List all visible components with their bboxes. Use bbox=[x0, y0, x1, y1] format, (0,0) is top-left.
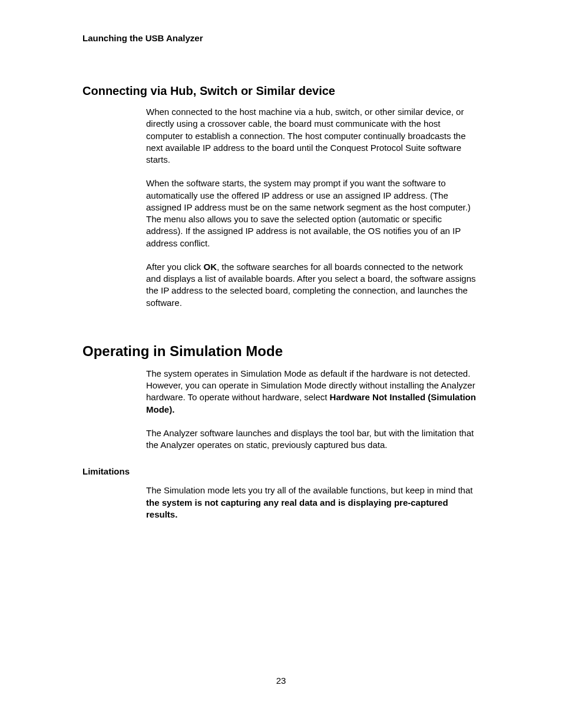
running-header: Launching the USB Analyzer bbox=[82, 33, 480, 43]
body-text: The Simulation mode lets you try all of … bbox=[146, 485, 472, 495]
body-paragraph: The Analyzer software launches and displ… bbox=[146, 427, 480, 452]
page-content: Launching the USB Analyzer Connecting vi… bbox=[0, 0, 562, 521]
bold-text: the system is not capturing any real dat… bbox=[146, 498, 448, 519]
body-text: After you click bbox=[146, 262, 204, 272]
body-paragraph: The Simulation mode lets you try all of … bbox=[146, 485, 480, 521]
page-number: 23 bbox=[0, 676, 562, 686]
body-paragraph: When the software starts, the system may… bbox=[146, 177, 480, 249]
body-paragraph: The system operates in Simulation Mode a… bbox=[146, 368, 480, 416]
sub-heading-limitations: Limitations bbox=[82, 466, 480, 476]
section-heading-connecting: Connecting via Hub, Switch or Similar de… bbox=[82, 84, 480, 98]
body-paragraph: When connected to the host machine via a… bbox=[146, 106, 480, 166]
section-heading-operating: Operating in Simulation Mode bbox=[82, 343, 480, 360]
body-paragraph: After you click OK, the software searche… bbox=[146, 261, 480, 309]
bold-text: OK bbox=[204, 262, 217, 272]
